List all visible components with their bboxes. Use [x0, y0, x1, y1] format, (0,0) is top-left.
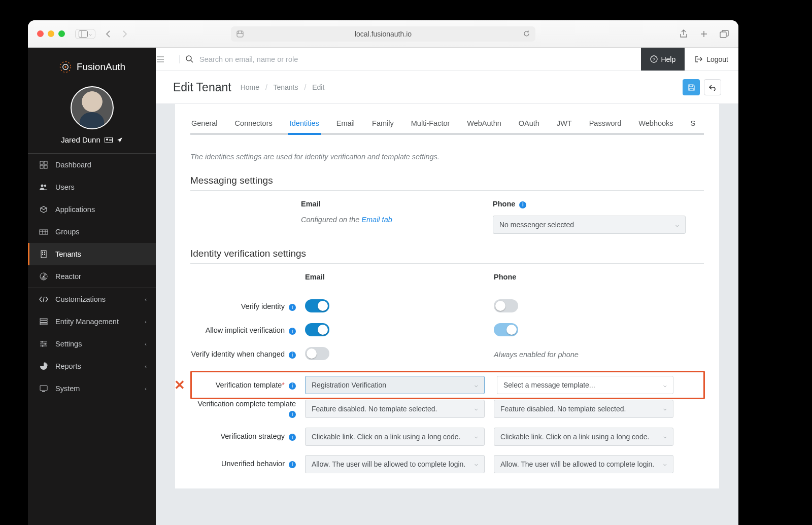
svg-point-39 [42, 341, 43, 343]
strategy-email-select[interactable]: Clickable link. Click on a link using a … [305, 428, 485, 446]
browser-back-button[interactable] [103, 29, 113, 39]
phone-messenger-select[interactable]: No messenger selected ⌵ [493, 216, 686, 234]
strategy-phone-select[interactable]: Clickable link. Click on a link using a … [494, 428, 673, 446]
vcard-icon [105, 137, 113, 143]
user-name-display[interactable]: Jared Dunn [61, 135, 123, 144]
verify-identity-phone-toggle[interactable] [494, 299, 518, 312]
allow-implicit-email-toggle[interactable] [305, 323, 329, 336]
info-icon[interactable]: i [289, 382, 296, 390]
sidebar-item-groups[interactable]: Groups [28, 221, 156, 243]
help-button[interactable]: ? Help [641, 48, 685, 71]
verification-settings-title: Identity verification settings [190, 248, 704, 264]
tab-oauth[interactable]: OAuth [518, 119, 540, 134]
svg-point-11 [64, 66, 66, 68]
tab-identities[interactable]: Identities [289, 119, 320, 134]
tab-overflow[interactable]: S [690, 119, 697, 134]
tab-general[interactable]: General [190, 119, 219, 134]
svg-rect-14 [109, 139, 112, 139]
chevron-down-icon: ⌵ [475, 461, 478, 467]
verify-identity-email-toggle[interactable] [305, 299, 329, 312]
browser-sidebar-button[interactable]: ⌵ [75, 29, 95, 39]
tab-email[interactable]: Email [335, 119, 356, 134]
tab-webauthn[interactable]: WebAuthn [466, 119, 502, 134]
search-input[interactable] [199, 55, 402, 63]
chevron-left-icon: ‹ [145, 319, 147, 325]
search-icon [186, 55, 193, 63]
info-icon[interactable]: i [289, 352, 296, 359]
browser-window: ⌵ local.fusionauth.io [28, 20, 738, 525]
app-sidebar: FusionAuth Jared Dunn Dashboard [28, 48, 156, 525]
tab-webhooks[interactable]: Webhooks [637, 119, 674, 134]
sidebar-item-applications[interactable]: Applications [28, 198, 156, 221]
brand-name: FusionAuth [77, 61, 125, 73]
tab-family[interactable]: Family [371, 119, 395, 134]
info-icon[interactable]: i [289, 304, 296, 311]
info-icon[interactable]: i [519, 201, 526, 208]
svg-rect-0 [79, 30, 88, 37]
collapse-sidebar-button[interactable] [156, 56, 179, 63]
sidebar-item-reactor[interactable]: Reactor [28, 265, 156, 288]
phone-column-header-2: Phone [494, 273, 673, 281]
sidebar-item-users[interactable]: Users [28, 176, 156, 198]
window-close-icon[interactable] [37, 30, 44, 37]
tab-multi-factor[interactable]: Multi-Factor [410, 119, 451, 134]
back-button[interactable] [704, 79, 721, 95]
refresh-icon[interactable] [523, 30, 530, 38]
svg-rect-29 [42, 254, 43, 255]
email-column-header-2: Email [305, 273, 485, 281]
sidebar-item-system[interactable]: System ‹ [28, 377, 156, 400]
tab-connectors[interactable]: Connectors [234, 119, 274, 134]
chevron-down-icon: ⌵ [475, 433, 478, 440]
email-tab-link[interactable]: Email tab [361, 216, 392, 224]
error-x-icon: ✕ [174, 377, 185, 393]
svg-rect-35 [40, 323, 47, 325]
avatar[interactable] [71, 86, 114, 129]
tabs-icon[interactable] [719, 29, 729, 39]
info-icon[interactable]: i [289, 461, 296, 468]
chevron-down-icon: ⌵ [475, 382, 478, 389]
messaging-settings-title: Messaging settings [190, 175, 704, 191]
verify-changed-label: Verify identity when changed i [190, 349, 296, 359]
new-tab-icon[interactable] [699, 29, 709, 39]
svg-rect-33 [40, 319, 47, 320]
browser-forward-button[interactable] [120, 29, 130, 39]
verification-strategy-label: Verification strategy i [190, 432, 296, 441]
verify-changed-email-toggle[interactable] [305, 347, 329, 360]
info-icon[interactable]: i [289, 411, 296, 418]
location-arrow-icon [117, 137, 123, 143]
sidebar-item-dashboard[interactable]: Dashboard [28, 154, 156, 176]
svg-rect-28 [44, 252, 45, 253]
tab-jwt[interactable]: JWT [556, 119, 573, 134]
sidebar-item-reports[interactable]: Reports ‹ [28, 355, 156, 377]
sidebar-item-settings[interactable]: Settings ‹ [28, 333, 156, 355]
window-minimize-icon[interactable] [48, 30, 54, 37]
sidebar-item-customizations[interactable]: Customizations ‹ [28, 288, 156, 310]
svg-point-20 [41, 185, 44, 187]
browser-url-bar[interactable]: local.fusionauth.io [231, 26, 535, 42]
svg-rect-16 [40, 161, 43, 164]
share-icon[interactable] [679, 29, 689, 39]
vc-template-phone-select[interactable]: Feature disabled. No template selected.⌵ [494, 400, 673, 418]
sidebar-item-entity-management[interactable]: Entity Management ‹ [28, 310, 156, 333]
save-button[interactable] [683, 79, 700, 95]
crumb-home[interactable]: Home [241, 83, 259, 91]
verification-template-phone-select[interactable]: Select a message template... ⌵ [497, 376, 673, 394]
verification-template-email-select[interactable]: Registration Verification ⌵ [305, 376, 485, 394]
page-title: Edit Tenant [173, 81, 231, 94]
chevron-down-icon: ⌵ [475, 405, 478, 412]
logout-button[interactable]: Logout [685, 48, 738, 71]
vc-template-email-select[interactable]: Feature disabled. No template selected.⌵ [305, 400, 485, 418]
svg-rect-12 [105, 137, 112, 143]
unverified-email-select[interactable]: Allow. The user will be allowed to compl… [305, 455, 485, 473]
unverified-phone-select[interactable]: Allow. The user will be allowed to compl… [494, 455, 673, 473]
tab-password[interactable]: Password [588, 119, 623, 134]
crumb-tenants[interactable]: Tenants [273, 83, 298, 91]
window-maximize-icon[interactable] [58, 30, 65, 37]
info-icon[interactable]: i [289, 434, 296, 441]
info-icon[interactable]: i [289, 328, 296, 335]
chevron-down-icon: ⌵ [663, 433, 667, 440]
svg-text:?: ? [653, 57, 655, 62]
reports-icon [39, 362, 48, 371]
sidebar-item-tenants[interactable]: Tenants [28, 243, 156, 265]
allow-implicit-phone-toggle[interactable] [494, 323, 518, 336]
